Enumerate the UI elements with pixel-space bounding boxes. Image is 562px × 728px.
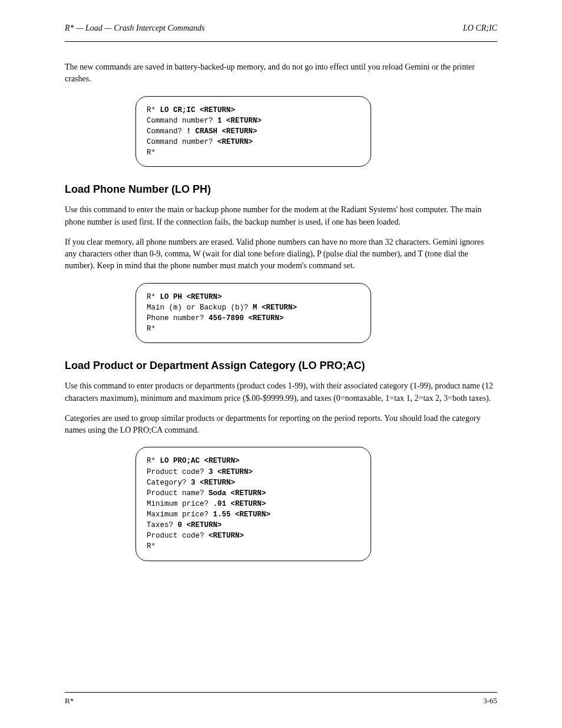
terminal-text: R* LO PRO;AC <RETURN> Product code? 3 <R… (147, 456, 360, 552)
header-left: R* — Load — Crash Intercept Commands (65, 24, 205, 33)
content: The new commands are saved in battery-ba… (65, 53, 497, 681)
terminal-block-1: R* LO CR;IC <RETURN> Command number? 1 <… (135, 96, 371, 167)
phone-paragraph-1: Use this command to enter the main or ba… (65, 204, 497, 228)
product-paragraph-1: Use this command to enter products or de… (65, 380, 497, 404)
page: R* — Load — Crash Intercept Commands LO … (0, 0, 562, 728)
terminal-block-2: R* LO PH <RETURN> Main (m) or Backup (b)… (135, 283, 371, 344)
header-right: LO CR;IC (463, 24, 497, 33)
header-rule (65, 41, 497, 42)
terminal-text: R* LO PH <RETURN> Main (m) or Backup (b)… (147, 292, 360, 335)
heading-load-product: Load Product or Department Assign Catego… (65, 360, 497, 372)
terminal-text: R* LO CR;IC <RETURN> Command number? 1 <… (147, 105, 360, 159)
terminal-block-3: R* LO PRO;AC <RETURN> Product code? 3 <R… (135, 447, 371, 561)
footer-rule (65, 692, 497, 693)
footer-left: R* (65, 696, 74, 706)
intro-paragraph: The new commands are saved in battery-ba… (65, 61, 497, 85)
footer-right: 3-65 (483, 696, 497, 706)
phone-paragraph-2: If you clear memory, all phone numbers a… (65, 236, 497, 272)
product-paragraph-2: Categories are used to group similar pro… (65, 413, 497, 437)
heading-load-phone: Load Phone Number (LO PH) (65, 183, 497, 196)
